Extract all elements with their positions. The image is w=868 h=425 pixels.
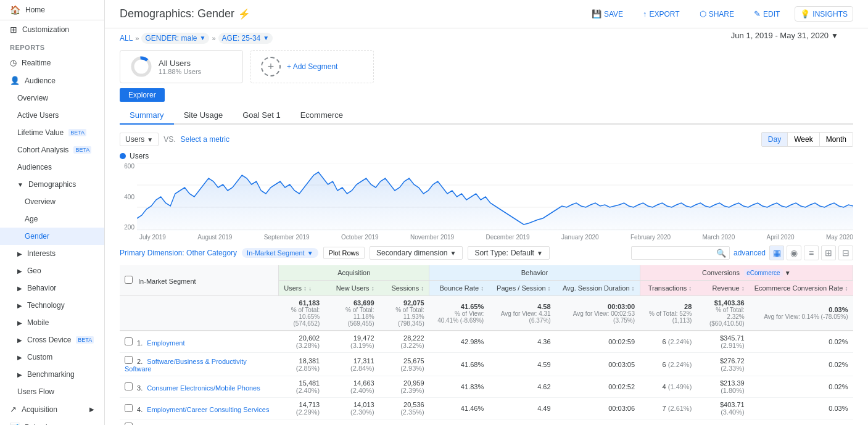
pages-session-header[interactable]: Pages / Session ↕	[489, 281, 555, 296]
row-pages-session: 4.36	[489, 331, 555, 353]
tab-goal-set[interactable]: Goal Set 1	[233, 107, 290, 125]
users-header[interactable]: Users ↕ ↓	[279, 281, 324, 296]
sort-type-btn[interactable]: Sort Type: Default ▼	[468, 246, 549, 260]
breadcrumb-gender[interactable]: GENDER: male ▼	[141, 33, 209, 44]
row-checkbox-3[interactable]	[125, 404, 133, 412]
sidebar-geo-label: Geo	[27, 266, 41, 275]
row-segment-link[interactable]: Software/Business & Productivity Softwar…	[125, 358, 247, 373]
edit-button[interactable]: ✎ EDIT	[749, 7, 785, 21]
total-sessions: 92,075 % of Total: 11.93% (798,345)	[379, 296, 429, 331]
select-all-checkbox[interactable]	[125, 276, 133, 284]
sidebar-item-geo[interactable]: ▶ Geo	[0, 262, 104, 279]
row-checkbox-2[interactable]	[125, 382, 133, 390]
sidebar-item-overview[interactable]: Overview	[0, 89, 104, 107]
sidebar-home-item[interactable]: 🏠 Home	[0, 0, 104, 20]
add-segment-card[interactable]: + + Add Segment	[250, 50, 374, 83]
advanced-link[interactable]: advanced	[734, 249, 766, 257]
share-button[interactable]: ⬡ SHARE	[695, 7, 739, 21]
breadcrumb-all[interactable]: ALL	[120, 34, 133, 43]
secondary-dimension-btn[interactable]: Secondary dimension ▼	[370, 246, 463, 260]
in-market-segment-badge[interactable]: In-Market Segment ▼	[242, 248, 318, 258]
transactions-header[interactable]: Transactions ↕	[640, 281, 696, 296]
sidebar-item-age[interactable]: Age	[0, 210, 104, 228]
sessions-header[interactable]: Sessions ↕	[379, 281, 429, 296]
tab-site-usage[interactable]: Site Usage	[174, 107, 233, 125]
date-range[interactable]: Jun 1, 2019 - May 31, 2020 ▼	[716, 31, 853, 45]
row-checkbox-4[interactable]	[125, 423, 133, 425]
breadcrumb-age[interactable]: AGE: 25-34 ▼	[218, 33, 273, 44]
avg-session-header[interactable]: Avg. Session Duration ↕	[556, 281, 640, 296]
svg-point-0	[133, 58, 150, 75]
comparison-view-btn[interactable]: ≡	[804, 246, 819, 260]
sidebar-item-acquisition[interactable]: ↗ Acquisition ▶	[0, 400, 104, 418]
segment-col-header: In-Market Segment	[120, 265, 279, 296]
row-checkbox-0[interactable]	[125, 337, 133, 345]
period-month-btn[interactable]: Month	[820, 133, 853, 146]
sidebar-item-benchmarking[interactable]: ▶ Benchmarking	[0, 366, 104, 383]
bounce-rate-header[interactable]: Bounce Rate ↕	[429, 281, 489, 296]
sidebar-item-customization[interactable]: ⊞ Customization	[0, 20, 104, 39]
sidebar-item-behavior[interactable]: ▶ Behavior	[0, 279, 104, 297]
explorer-tab[interactable]: Explorer	[120, 88, 165, 102]
row-checkbox-1[interactable]	[125, 356, 133, 364]
sidebar-item-cohort-analysis[interactable]: Cohort Analysis BETA	[0, 141, 104, 159]
sidebar-item-audiences[interactable]: Audiences	[0, 159, 104, 176]
conversion-rate-header[interactable]: Ecommerce Conversion Rate ↕	[750, 281, 853, 296]
row-new-users: 17,311 (2.84%)	[324, 353, 379, 376]
row-segment-link[interactable]: Employment	[147, 339, 184, 347]
new-users-header[interactable]: New Users ↕	[324, 281, 379, 296]
total-revenue: $1,403.36 % of Total: 2.32% ($60,410.50)	[696, 296, 749, 331]
chevron-right-icon-cross-device: ▶	[17, 337, 22, 344]
metric-dropdown-arrow: ▼	[147, 136, 153, 143]
sidebar-item-gender[interactable]: Gender	[0, 228, 104, 245]
row-users: 14,336 (2.23%)	[279, 419, 324, 426]
person-icon: 👤	[10, 76, 20, 85]
insights-button[interactable]: 💡 INSIGHTS	[795, 6, 853, 22]
sidebar-item-mobile[interactable]: ▶ Mobile	[0, 314, 104, 331]
chevron-right-icon-interests: ▶	[17, 250, 22, 257]
save-label: SAVE	[604, 10, 623, 19]
row-segment-cell: 1. Employment	[120, 331, 279, 353]
sidebar-item-audience[interactable]: 👤 Audience	[0, 72, 104, 89]
add-segment-label: + Add Segment	[287, 62, 337, 71]
sidebar-item-technology[interactable]: ▶ Technology	[0, 297, 104, 314]
ecommerce-selector[interactable]: eCommerce	[744, 269, 782, 277]
sidebar-item-users-flow[interactable]: Users Flow	[0, 383, 104, 400]
beta-badge-lifetime: BETA	[68, 129, 86, 136]
sidebar-item-interests[interactable]: ▶ Interests	[0, 245, 104, 262]
row-new-users: 14,013 (2.30%)	[324, 398, 379, 419]
select-metric-link[interactable]: Select a metric	[181, 135, 229, 144]
metric-dropdown[interactable]: Users ▼	[120, 133, 159, 146]
sidebar-item-realtime[interactable]: ◷ Realtime	[0, 54, 104, 72]
tab-ecommerce[interactable]: Ecommerce	[291, 107, 353, 125]
edit-icon: ✎	[754, 9, 761, 19]
sidebar-item-custom[interactable]: ▶ Custom	[0, 349, 104, 366]
revenue-header[interactable]: Revenue ↕	[696, 281, 749, 296]
tab-summary[interactable]: Summary	[120, 107, 174, 125]
pivot-view-btn[interactable]: ⊞	[821, 246, 836, 260]
row-transactions: 4 (1.49%)	[640, 376, 696, 398]
row-segment-link[interactable]: Employment/Career Consulting Services	[147, 406, 269, 413]
plot-rows-button[interactable]: Plot Rows	[323, 247, 365, 259]
sidebar-item-cross-device[interactable]: ▶ Cross Device BETA	[0, 331, 104, 349]
topbar-actions: 💾 SAVE ↑ EXPORT ⬡ SHARE ✎ EDIT 💡 INSIGHT…	[587, 6, 853, 22]
period-day-btn[interactable]: Day	[762, 133, 788, 146]
sidebar-item-behavior-main[interactable]: 📊 Behavior ▶	[0, 418, 104, 425]
other-category-link[interactable]: Other Category	[186, 249, 237, 257]
period-week-btn[interactable]: Week	[788, 133, 819, 146]
export-button[interactable]: ↑ EXPORT	[638, 7, 685, 21]
search-input[interactable]	[631, 246, 730, 260]
chart-view-btn[interactable]: ◉	[787, 246, 801, 260]
sidebar-item-demo-overview[interactable]: Overview	[0, 193, 104, 210]
sidebar-item-demographics[interactable]: ▼ Demographics	[0, 176, 104, 193]
y-label-200: 200	[120, 224, 134, 231]
table-body: 1. Employment 20,602 (3.28%) 19,472 (3.1…	[120, 331, 853, 425]
save-button[interactable]: 💾 SAVE	[587, 7, 628, 21]
sidebar-item-active-users[interactable]: Active Users	[0, 107, 104, 124]
row-segment-link[interactable]: Consumer Electronics/Mobile Phones	[147, 384, 260, 392]
table-view-btn[interactable]: ▦	[769, 246, 784, 260]
sidebar-item-lifetime-value[interactable]: Lifetime Value BETA	[0, 124, 104, 141]
all-users-segment[interactable]: All Users 11.88% Users	[120, 50, 243, 83]
lifecycle-view-btn[interactable]: ⊟	[838, 246, 853, 260]
row-transactions: 7 (2.61%)	[640, 398, 696, 419]
